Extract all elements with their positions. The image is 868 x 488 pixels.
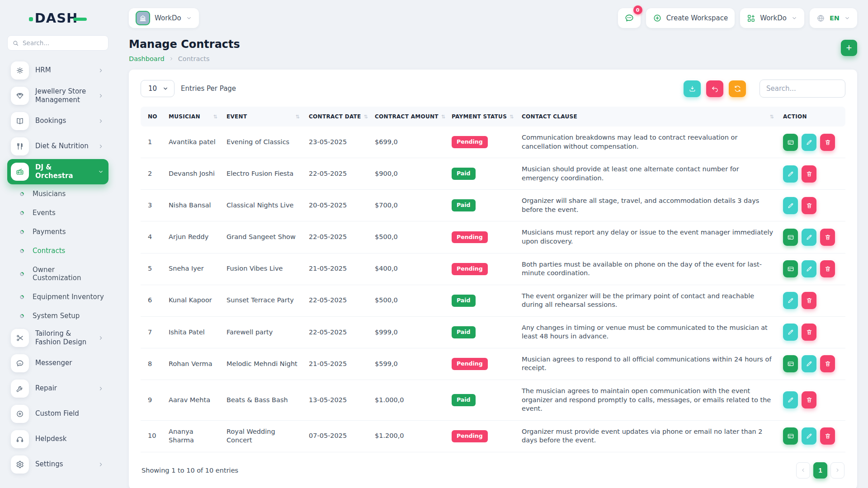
sidebar-subitem-musicians[interactable]: Musicians: [7, 184, 108, 203]
sidebar-subitem-owner-customization[interactable]: Owner Customization: [7, 260, 108, 287]
table-row: 8Rohan VermaMelodic Mehndi Night21-05-20…: [141, 348, 845, 380]
row-number: 2: [141, 158, 164, 190]
edit-button[interactable]: [802, 355, 816, 372]
status-badge: Pending: [452, 430, 488, 442]
edit-button[interactable]: [783, 292, 798, 309]
edit-button[interactable]: [783, 324, 798, 341]
payment-button[interactable]: [783, 260, 798, 277]
sidebar-search[interactable]: [7, 35, 108, 51]
sidebar-item-custom-field[interactable]: Custom Field: [7, 401, 108, 427]
payment-button[interactable]: [783, 427, 798, 445]
sidebar-item-diet-nutrition[interactable]: Diet & Nutrition: [7, 134, 108, 159]
page-1-button[interactable]: 1: [813, 462, 827, 479]
payment-button[interactable]: [783, 355, 798, 372]
sidebar-item-repair[interactable]: Repair: [7, 376, 108, 401]
sort-icon: ⇅: [213, 114, 217, 120]
showing-entries-text: Showing 1 to 10 of 10 entries: [142, 467, 238, 474]
sidebar-subitem-events[interactable]: Events: [7, 203, 108, 222]
sidebar-item-bookings[interactable]: Bookings: [7, 108, 108, 134]
table-search-input[interactable]: [760, 80, 845, 98]
sidebar-subitem-equipment-inventory[interactable]: Equipment Inventory: [7, 287, 108, 306]
column-header-payment-status[interactable]: PAYMENT STATUS⇅: [447, 107, 517, 127]
table-row: 10Ananya SharmaRoyal Wedding Concert07-0…: [141, 420, 845, 452]
delete-icon: [806, 396, 813, 404]
column-header-contract-date[interactable]: CONTRACT DATE⇅: [304, 107, 370, 127]
workspace-selector[interactable]: WorkDo: [129, 8, 199, 28]
sidebar-subitem-contracts[interactable]: Contracts: [7, 241, 108, 260]
action-cell: [778, 420, 845, 452]
logo-dot-icon: [29, 17, 33, 21]
refresh-button[interactable]: [729, 80, 746, 97]
entries-per-page-label: Entries Per Page: [181, 84, 236, 93]
chevron-right-icon: [98, 118, 104, 124]
contact-clause: The musician agrees to maintain open com…: [517, 380, 778, 421]
workdo-menu-button[interactable]: WorkDo: [740, 8, 804, 28]
sidebar-subitem-payments[interactable]: Payments: [7, 222, 108, 241]
sidebar-item-jewellery-store-management[interactable]: Jewellery Store Management: [7, 83, 108, 108]
payment-button[interactable]: [783, 134, 798, 151]
edit-icon: [806, 360, 813, 367]
topbar-actions: 0 Create Workspace WorkDo: [618, 8, 857, 28]
delete-button[interactable]: [820, 260, 835, 277]
delete-icon: [806, 170, 813, 178]
edit-button[interactable]: [783, 197, 798, 214]
column-header-action: ACTION: [778, 107, 845, 127]
action-cell: [778, 285, 845, 316]
reset-button[interactable]: [706, 80, 723, 97]
edit-button[interactable]: [802, 134, 816, 151]
sidebar-item-messenger[interactable]: Messenger: [7, 351, 108, 376]
edit-button[interactable]: [783, 165, 798, 183]
contact-clause: Any changes in timing or venue must be c…: [517, 316, 778, 348]
language-selector[interactable]: EN: [810, 8, 857, 28]
sidebar-item-helpdesk[interactable]: Helpdesk: [7, 427, 108, 452]
delete-button[interactable]: [820, 355, 835, 372]
previous-page-button[interactable]: [796, 462, 810, 479]
delete-icon: [824, 432, 831, 440]
sidebar-item-label: Jewellery Store Management: [35, 87, 91, 105]
delete-button[interactable]: [802, 324, 816, 341]
column-header-contract-amount[interactable]: CONTRACT AMOUNT⇅: [370, 107, 447, 127]
breadcrumb-dashboard-link[interactable]: Dashboard: [129, 55, 165, 62]
column-header-event[interactable]: EVENT⇅: [222, 107, 304, 127]
add-contract-button[interactable]: +: [841, 40, 857, 56]
payment-status-cell: Pending: [447, 253, 517, 285]
contracts-card: 10 Entries Per Page: [129, 70, 857, 488]
payment-status-cell: Paid: [447, 158, 517, 190]
table-body: 1Avantika patelEvening of Classics23-05-…: [141, 127, 845, 452]
status-badge: Pending: [452, 231, 488, 244]
next-page-button[interactable]: [830, 462, 844, 479]
sidebar-subitem-system-setup[interactable]: System Setup: [7, 306, 108, 325]
sort-icon: ⇅: [509, 114, 514, 120]
export-button[interactable]: [684, 80, 701, 97]
sidebar-item-settings[interactable]: Settings: [7, 452, 108, 477]
sidebar-item-dj-orchestra[interactable]: DJ & Orchestra: [7, 159, 108, 184]
column-header-contact-clause[interactable]: CONTACT CLAUSE⇅: [517, 107, 778, 127]
app-logo[interactable]: DASH: [7, 7, 108, 29]
delete-button[interactable]: [820, 229, 835, 246]
delete-button[interactable]: [802, 165, 816, 183]
messages-button[interactable]: 0: [618, 8, 641, 28]
bullet-icon: [19, 229, 25, 235]
contract-date: 21-05-2025: [304, 253, 370, 285]
delete-button[interactable]: [802, 197, 816, 214]
payment-button[interactable]: [783, 229, 798, 246]
action-cell: [778, 127, 845, 158]
entries-per-page-value: 10: [148, 84, 157, 93]
edit-button[interactable]: [802, 229, 816, 246]
sidebar-item-tailoring-fashion-design[interactable]: Tailoring & Fashion Design: [7, 325, 108, 351]
delete-button[interactable]: [802, 391, 816, 408]
entries-per-page-select[interactable]: 10: [141, 80, 175, 97]
dj-icon: [11, 163, 29, 181]
delete-button[interactable]: [802, 292, 816, 309]
table-row: 5Sneha IyerFusion Vibes Live21-05-2025$4…: [141, 253, 845, 285]
edit-button[interactable]: [783, 391, 798, 408]
delete-button[interactable]: [820, 427, 835, 445]
delete-button[interactable]: [820, 134, 835, 151]
edit-button[interactable]: [802, 427, 816, 445]
create-workspace-button[interactable]: Create Workspace: [646, 8, 735, 28]
contact-clause: Musician agrees to respond to all offici…: [517, 348, 778, 380]
column-header-musician[interactable]: MUSICIAN⇅: [164, 107, 222, 127]
edit-button[interactable]: [802, 260, 816, 277]
sidebar-item-hrm[interactable]: HRM: [7, 58, 108, 83]
sidebar-search-input[interactable]: [23, 39, 104, 47]
